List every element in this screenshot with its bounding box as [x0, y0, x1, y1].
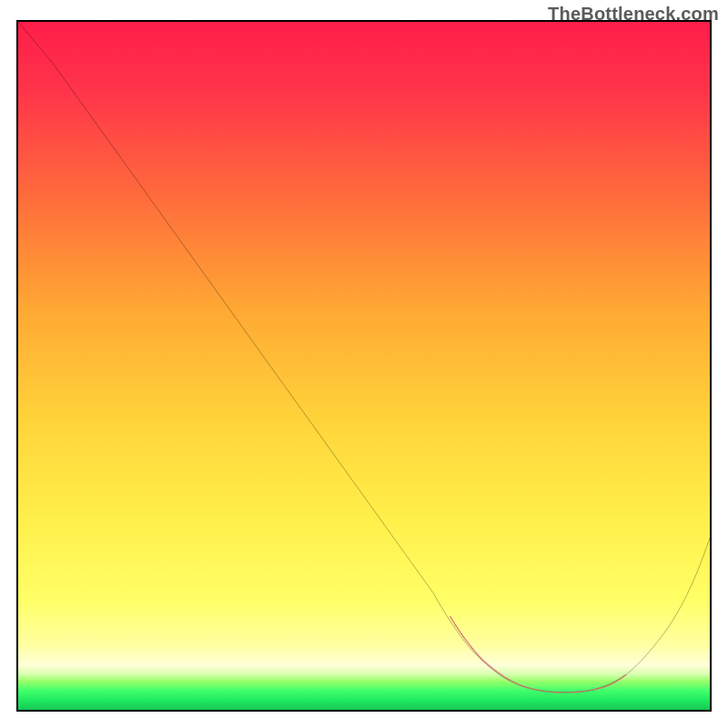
optimal-zone-overlay	[18, 22, 710, 710]
optimal-zone-path	[450, 617, 627, 693]
plot-area	[16, 20, 712, 712]
watermark-text: TheBottleneck.com	[548, 4, 719, 25]
stage: TheBottleneck.com	[0, 0, 728, 728]
